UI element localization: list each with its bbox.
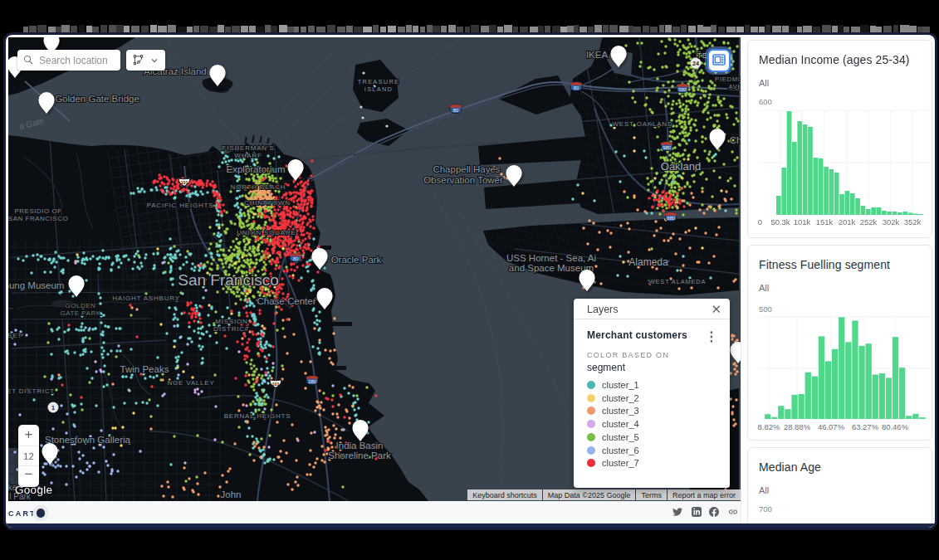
svg-text:50.3k: 50.3k: [770, 217, 790, 226]
svg-text:Stonestown Galleria: Stonestown Galleria: [45, 435, 131, 445]
svg-text:Ch: Ch: [730, 135, 741, 145]
svg-text:AVE: AVE: [729, 83, 741, 90]
svg-text:GOLDEN: GOLDEN: [66, 302, 96, 309]
svg-text:HAIGHT ASHBURY: HAIGHT ASHBURY: [112, 295, 180, 302]
svg-text:101: 101: [181, 180, 188, 185]
svg-text:Golden Gate Bridge: Golden Gate Bridge: [55, 94, 139, 104]
svg-text:PACIFIC HEIGHTS: PACIFIC HEIGHTS: [147, 202, 214, 209]
svg-text:and Space Museum: and Space Museum: [509, 263, 594, 273]
svg-text:John: John: [221, 489, 242, 499]
svg-text:101k: 101k: [794, 217, 811, 226]
svg-text:8.82%: 8.82%: [758, 422, 780, 431]
svg-text:101: 101: [272, 382, 280, 387]
svg-text:IKEA: IKEA: [586, 50, 609, 60]
svg-text:Observation Tower: Observation Tower: [423, 175, 503, 185]
svg-text:CHINATOWN: CHINATOWN: [244, 199, 291, 207]
svg-text:Chase Center: Chase Center: [257, 296, 316, 306]
svg-text:600: 600: [759, 97, 772, 106]
svg-text:UNION SQUARE: UNION SQUARE: [237, 229, 296, 236]
svg-text:WHARF: WHARF: [234, 152, 262, 159]
svg-text:280: 280: [308, 379, 316, 384]
svg-text:India Basin: India Basin: [336, 441, 384, 450]
svg-text:Alameda: Alameda: [628, 256, 668, 268]
svg-text:252k: 252k: [860, 217, 878, 226]
svg-text:WEST ALAMEDA: WEST ALAMEDA: [649, 278, 707, 285]
svg-text:201k: 201k: [839, 217, 856, 226]
svg-text:San Francisco: San Francisco: [178, 271, 278, 289]
svg-text:Oakland: Oakland: [661, 160, 701, 173]
svg-text:DISTRICT: DISTRICT: [213, 325, 249, 333]
svg-text:63.27%: 63.27%: [852, 422, 879, 431]
svg-text:80.46%: 80.46%: [882, 422, 909, 431]
svg-text:80: 80: [293, 256, 298, 261]
svg-text:580: 580: [678, 87, 687, 92]
svg-text:980: 980: [663, 145, 671, 150]
svg-text:PIEDMONT: PIEDMONT: [715, 75, 741, 83]
svg-text:ISLAND: ISLAND: [364, 85, 393, 93]
svg-text:FISHERMAN'S: FISHERMAN'S: [223, 144, 275, 152]
svg-text:SAN FRANCISCO: SAN FRANCISCO: [8, 215, 68, 222]
svg-text:Chappell Hayes: Chappell Hayes: [433, 164, 500, 174]
svg-text:BERNAL HEIGHTS: BERNAL HEIGHTS: [224, 412, 291, 420]
svg-text:24: 24: [692, 61, 699, 66]
svg-text:352k: 352k: [904, 217, 922, 226]
svg-text:SET DISTRICT: SET DISTRICT: [8, 387, 55, 395]
svg-text:GATE PARK: GATE PARK: [60, 309, 100, 317]
svg-text:USS Hornet - Sea, Ai: USS Hornet - Sea, Ai: [506, 253, 596, 263]
svg-text:SET: SET: [8, 332, 22, 339]
svg-text:302k: 302k: [883, 217, 900, 226]
svg-text:Oracle Park: Oracle Park: [331, 255, 382, 265]
svg-text:1: 1: [51, 405, 55, 411]
svg-text:80: 80: [453, 108, 458, 113]
svg-text:TREASURE: TREASURE: [358, 78, 399, 85]
svg-text:Twin Peaks: Twin Peaks: [120, 364, 169, 374]
svg-text:WEST OAKLAND: WEST OAKLAND: [612, 120, 672, 128]
svg-text:28.88%: 28.88%: [784, 422, 811, 431]
svg-text:151k: 151k: [816, 217, 834, 226]
svg-text:NORTH BEACH: NORTH BEACH: [231, 183, 286, 191]
svg-text:500: 500: [759, 304, 772, 314]
svg-text:80: 80: [574, 85, 579, 90]
svg-text:Exploratorium: Exploratorium: [227, 164, 286, 174]
svg-text:Shoreline Park: Shoreline Park: [328, 450, 391, 460]
svg-text:NOE VALLEY: NOE VALLEY: [167, 379, 214, 387]
svg-text:0: 0: [758, 217, 762, 226]
svg-text:46.07%: 46.07%: [818, 422, 845, 431]
svg-text:PRESIDIO OF: PRESIDIO OF: [14, 207, 61, 215]
svg-text:MISSION: MISSION: [215, 318, 247, 325]
svg-text:880: 880: [667, 216, 675, 221]
svg-text:oung Museum: oung Museum: [8, 280, 64, 290]
svg-text:TE: TE: [697, 51, 707, 60]
